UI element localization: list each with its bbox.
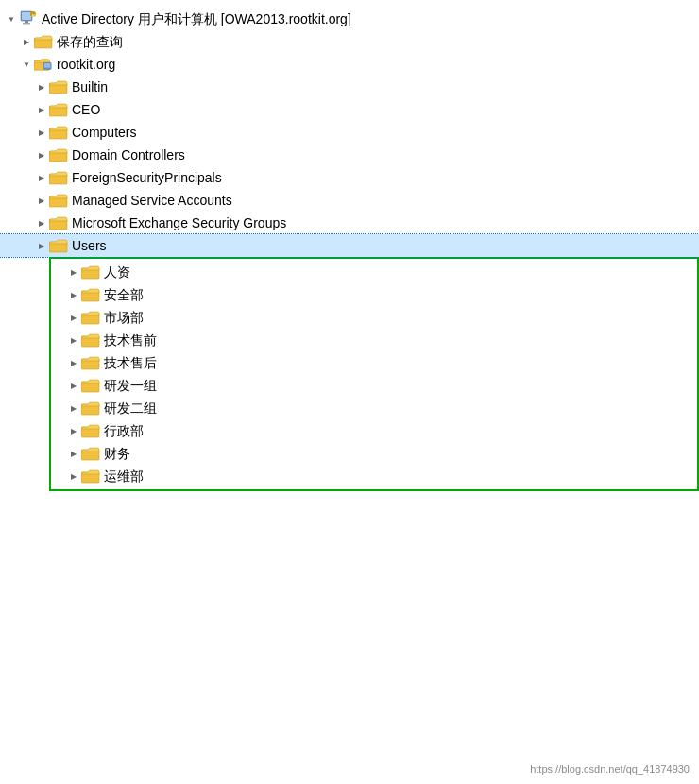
- renzi-icon: [81, 264, 100, 280]
- yanfaerzu-icon: [81, 401, 100, 416]
- svg-rect-2: [25, 21, 28, 23]
- jishushouhou-label: 技术售后: [104, 353, 157, 372]
- caiwu-icon: [81, 446, 100, 461]
- shichangbu-label: 市场部: [104, 308, 144, 327]
- root-expander[interactable]: [4, 11, 19, 26]
- anquanbu-node[interactable]: 安全部: [51, 283, 697, 306]
- shichangbu-expander[interactable]: [66, 310, 81, 325]
- computers-icon: [49, 125, 68, 140]
- xingzhengbu-expander[interactable]: [66, 423, 81, 438]
- jishushouhou-node[interactable]: 技术售后: [51, 351, 697, 374]
- svg-rect-3: [23, 23, 30, 25]
- saved-queries-icon: [34, 34, 53, 49]
- computers-label: Computers: [72, 123, 136, 142]
- managed-service-expander[interactable]: [34, 193, 49, 208]
- shichangbu-node[interactable]: 市场部: [51, 306, 697, 329]
- yanfaerzu-node[interactable]: 研发二组: [51, 397, 697, 419]
- yanfaerzu-expander[interactable]: [66, 401, 81, 416]
- builtin-icon: [49, 79, 68, 94]
- saved-queries-label: 保存的查询: [57, 32, 123, 51]
- anquanbu-expander[interactable]: [66, 287, 81, 302]
- xingzhengbu-icon: [81, 423, 100, 438]
- yunweibu-expander[interactable]: [66, 469, 81, 484]
- domain-controllers-expander[interactable]: [34, 147, 49, 162]
- managed-service-label: Managed Service Accounts: [72, 191, 232, 210]
- svg-rect-1: [22, 12, 31, 20]
- svg-rect-9: [44, 63, 50, 68]
- foreign-security-label: ForeignSecurityPrincipals: [72, 168, 222, 187]
- ceo-label: CEO: [72, 100, 100, 119]
- ad-icon: AD: [19, 10, 38, 27]
- yunweibu-label: 运维部: [104, 467, 144, 486]
- jishushouqian-label: 技术售前: [104, 331, 157, 349]
- builtin-label: Builtin: [72, 77, 108, 96]
- yunweibu-icon: [81, 469, 100, 484]
- rootkit-org-label: rootkit.org: [57, 55, 115, 74]
- root-node[interactable]: AD Active Directory 用户和计算机 [OWA2013.root…: [0, 8, 699, 30]
- ms-exchange-node[interactable]: Microsoft Exchange Security Groups: [0, 212, 699, 234]
- yanfayizu-node[interactable]: 研发一组: [51, 374, 697, 397]
- svg-text:AD: AD: [32, 13, 38, 18]
- xingzhengbu-node[interactable]: 行政部: [51, 419, 697, 442]
- managed-service-icon: [49, 193, 68, 208]
- ms-exchange-expander[interactable]: [34, 215, 49, 230]
- computers-node[interactable]: Computers: [0, 121, 699, 144]
- yanfayizu-icon: [81, 378, 100, 393]
- domain-controllers-icon: [49, 147, 68, 162]
- caiwu-label: 财务: [104, 444, 130, 463]
- anquanbu-label: 安全部: [104, 285, 144, 304]
- yanfayizu-expander[interactable]: [66, 378, 81, 393]
- foreign-security-expander[interactable]: [34, 170, 49, 185]
- ceo-node[interactable]: CEO: [0, 98, 699, 121]
- computers-expander[interactable]: [34, 125, 49, 140]
- rootkit-expander[interactable]: [19, 57, 34, 72]
- jishushouqian-node[interactable]: 技术售前: [51, 329, 697, 351]
- root-label: Active Directory 用户和计算机 [OWA2013.rootkit…: [42, 9, 351, 28]
- anquanbu-icon: [81, 287, 100, 302]
- renzi-expander[interactable]: [66, 264, 81, 280]
- green-box: 人资 安全部 市场部 技术售前: [49, 257, 699, 491]
- yanfaerzu-label: 研发二组: [104, 399, 157, 418]
- foreign-security-icon: [49, 170, 68, 185]
- caiwu-node[interactable]: 财务: [51, 442, 697, 465]
- rootkit-org-node[interactable]: rootkit.org: [0, 53, 699, 76]
- ms-exchange-label: Microsoft Exchange Security Groups: [72, 213, 286, 232]
- domain-controllers-label: Domain Controllers: [72, 145, 185, 164]
- managed-service-node[interactable]: Managed Service Accounts: [0, 189, 699, 212]
- ms-exchange-icon: [49, 215, 68, 230]
- renzi-node[interactable]: 人资: [51, 261, 697, 283]
- caiwu-expander[interactable]: [66, 446, 81, 461]
- jishushouqian-expander[interactable]: [66, 332, 81, 348]
- jishushouhou-icon: [81, 355, 100, 370]
- yunweibu-node[interactable]: 运维部: [51, 465, 697, 487]
- users-icon: [49, 238, 68, 253]
- jishushouhou-expander[interactable]: [66, 355, 81, 370]
- xingzhengbu-label: 行政部: [104, 421, 144, 440]
- domain-controllers-node[interactable]: Domain Controllers: [0, 144, 699, 166]
- ceo-expander[interactable]: [34, 102, 49, 117]
- jishushouqian-icon: [81, 332, 100, 348]
- users-node[interactable]: Users: [0, 234, 699, 257]
- shichangbu-icon: [81, 310, 100, 325]
- yanfayizu-label: 研发一组: [104, 376, 157, 395]
- foreign-security-node[interactable]: ForeignSecurityPrincipals: [0, 166, 699, 189]
- builtin-expander[interactable]: [34, 79, 49, 94]
- users-label: Users: [72, 236, 107, 255]
- renzi-label: 人资: [104, 263, 130, 281]
- builtin-node[interactable]: Builtin: [0, 76, 699, 98]
- saved-queries-node[interactable]: 保存的查询: [0, 30, 699, 53]
- users-expander[interactable]: [34, 238, 49, 253]
- saved-queries-expander[interactable]: [19, 34, 34, 49]
- watermark: https://blog.csdn.net/qq_41874930: [530, 763, 690, 775]
- ceo-icon: [49, 102, 68, 117]
- rootkit-org-icon: [34, 57, 53, 72]
